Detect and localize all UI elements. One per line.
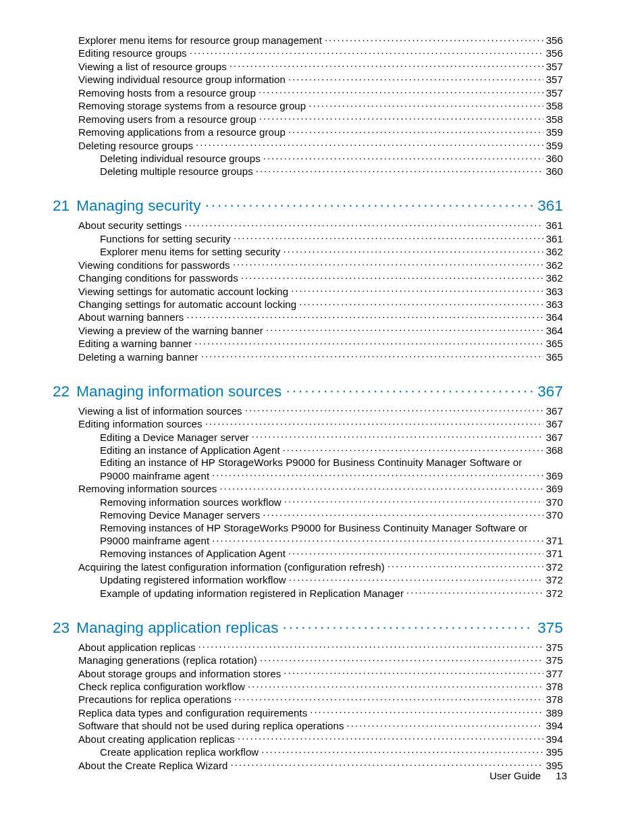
chapter-title: Managing information sources (76, 383, 281, 400)
leader-dots (266, 324, 543, 334)
toc-entry[interactable]: Editing resource groups356 (53, 47, 563, 59)
toc-entry-text: Updating registered information workflow (100, 574, 286, 586)
toc-entry-page: 364 (546, 325, 563, 337)
toc-entry-text: Deleting resource groups (78, 140, 193, 152)
toc-entry-text: About storage groups and information sto… (78, 668, 281, 680)
toc-entry[interactable]: Software that should not be used during … (53, 719, 563, 732)
toc-entry-text: Deleting a warning banner (78, 351, 198, 363)
toc-entry-text: Viewing settings for automatic account l… (78, 286, 288, 298)
toc-entry-text: Changing settings for automatic account … (78, 298, 296, 311)
chapter-page: 367 (537, 383, 563, 400)
chapter-number: 21 (53, 197, 70, 215)
leader-dots (283, 245, 543, 255)
toc-entry[interactable]: Removing information sources369 (53, 482, 563, 495)
toc-entry[interactable]: Viewing a list of resource groups357 (53, 60, 563, 73)
toc-entry[interactable]: Deleting multiple resource groups360 (53, 165, 563, 178)
toc-entry-text: Removing information sources (78, 483, 217, 495)
toc-entry[interactable]: Acquiring the latest configuration infor… (53, 561, 563, 573)
toc-entry-text: Editing a Device Manager server (100, 432, 249, 444)
leader-dots (234, 693, 543, 703)
toc-entry[interactable]: Removing applications from a resource gr… (53, 126, 563, 138)
toc-entry[interactable]: Deleting individual resource groups360 (53, 152, 563, 165)
leader-dots (286, 381, 533, 396)
toc-entry-text: Viewing a list of information sources (78, 405, 242, 417)
toc-entry[interactable]: Removing storage systems from a resource… (53, 99, 563, 112)
toc-entry[interactable]: About creating application replicas394 (53, 733, 563, 746)
toc-entry[interactable]: Editing an instance of Application Agent… (53, 444, 563, 457)
toc-entry-text: About security settings (78, 219, 182, 232)
toc-entry-text: Removing instances of HP StorageWorks P9… (100, 522, 563, 534)
toc-entry-page: 372 (546, 574, 563, 586)
toc-entry-text: Acquiring the latest configuration infor… (78, 561, 385, 573)
toc-entry[interactable]: Editing a warning banner365 (53, 337, 563, 350)
toc-entry-page: 365 (546, 338, 563, 350)
leader-dots (387, 561, 543, 571)
toc-entry[interactable]: Viewing settings for automatic account l… (53, 285, 563, 298)
toc-entry[interactable]: Updating registered information workflow… (53, 573, 563, 586)
toc-entry[interactable]: Precautions for replica operations378 (53, 693, 563, 706)
toc-entry-page: 362 (546, 246, 563, 258)
toc-entry-text: About the Create Replica Wizard (78, 760, 228, 772)
toc-entry[interactable]: Example of updating information register… (53, 587, 563, 600)
toc-entry-page: 357 (546, 61, 563, 73)
toc-entry-page: 375 (546, 654, 563, 667)
toc-entry[interactable]: Viewing a list of information sources367 (53, 405, 563, 417)
toc-entry-page: 357 (546, 74, 563, 86)
toc-entry-page: 378 (546, 681, 563, 693)
toc-entry-page: 368 (546, 444, 563, 457)
toc-entry[interactable]: About security settings361 (53, 219, 563, 232)
toc-entry[interactable]: Removing instances of Application Agent3… (53, 547, 563, 560)
toc-entry[interactable]: Editing a Device Manager server367 (53, 431, 563, 444)
toc-chapter-21[interactable]: 21 Managing security 361 (53, 196, 563, 215)
toc-entry[interactable]: Replica data types and configuration req… (53, 706, 563, 719)
toc-entry[interactable]: About application replicas375 (53, 641, 563, 654)
toc-entry[interactable]: Changing conditions for passwords362 (53, 271, 563, 284)
toc-entry[interactable]: Check replica configuration workflow378 (53, 680, 563, 693)
toc-entry[interactable]: Explorer menu items for setting security… (53, 245, 563, 258)
toc-entry[interactable]: About warning banners364 (53, 311, 563, 323)
toc-entry[interactable]: Deleting resource groups359 (53, 139, 563, 152)
toc-entry[interactable]: Create application replica workflow395 (53, 746, 563, 758)
toc-entry[interactable]: Removing information sources workflow370 (53, 496, 563, 509)
toc-entry-page: 361 (546, 233, 563, 245)
toc-section-21: About security settings361Functions for … (53, 219, 563, 363)
toc-entry[interactable]: About the Create Replica Wizard395 (53, 759, 563, 772)
toc-entry-text: About creating application replicas (78, 733, 235, 746)
toc-entry[interactable]: Managing generations (replica rotation)3… (53, 654, 563, 667)
toc-entry-text: Viewing individual resource group inform… (78, 74, 286, 86)
toc-chapter-22[interactable]: 22 Managing information sources 367 (53, 381, 563, 400)
toc-entry-page: 369 (546, 483, 563, 495)
leader-dots (205, 196, 534, 211)
toc-entry[interactable]: Removing users from a resource group358 (53, 113, 563, 126)
leader-dots (283, 617, 534, 633)
toc-entry[interactable]: Viewing a preview of the warning banner3… (53, 324, 563, 337)
toc-entry-text: Changing conditions for passwords (78, 272, 238, 284)
toc-entry[interactable]: Removing hosts from a resource group357 (53, 86, 563, 99)
toc-entry-text: Replica data types and configuration req… (78, 707, 307, 719)
leader-dots (325, 34, 543, 44)
page-footer: User Guide 13 (489, 770, 567, 781)
toc-entry[interactable]: Changing settings for automatic account … (53, 298, 563, 311)
toc-entry[interactable]: Removing instances of HP StorageWorks P9… (53, 522, 563, 548)
leader-dots (256, 165, 543, 175)
toc-entry[interactable]: About storage groups and information sto… (53, 667, 563, 680)
toc-page: Explorer menu items for resource group m… (53, 34, 563, 772)
toc-entry[interactable]: Viewing individual resource group inform… (53, 73, 563, 86)
toc-entry-page: 367 (546, 432, 563, 444)
leader-dots (261, 746, 543, 756)
toc-entry-text: Explorer menu items for setting security (100, 246, 280, 258)
toc-chapter-23[interactable]: 23 Managing application replicas 375 (53, 617, 563, 637)
toc-entry-page: 395 (546, 746, 563, 758)
toc-entry-text: Editing a warning banner (78, 338, 192, 350)
leader-dots (288, 126, 543, 136)
toc-entry[interactable]: Editing an instance of HP StorageWorks P… (53, 457, 563, 482)
toc-entry[interactable]: Removing Device Manager servers370 (53, 509, 563, 521)
toc-entry[interactable]: Editing information sources367 (53, 417, 563, 430)
leader-dots (259, 113, 543, 123)
leader-dots (406, 587, 543, 597)
toc-entry[interactable]: Viewing conditions for passwords362 (53, 259, 563, 271)
footer-label: User Guide (489, 770, 541, 781)
toc-entry[interactable]: Functions for setting security361 (53, 232, 563, 245)
toc-entry[interactable]: Explorer menu items for resource group m… (53, 34, 563, 47)
toc-entry[interactable]: Deleting a warning banner365 (53, 350, 563, 363)
